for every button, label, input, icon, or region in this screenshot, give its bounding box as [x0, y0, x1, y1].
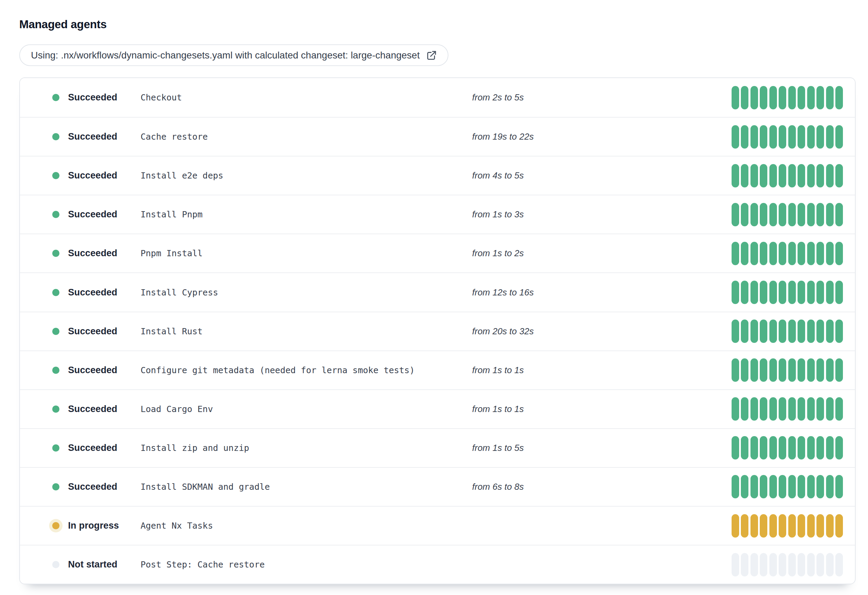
agent-step-row[interactable]: Succeeded Cache restore from 19s to 22s — [20, 117, 855, 156]
progress-segment-bar — [779, 397, 786, 420]
progress-segment-bar — [807, 475, 815, 498]
progress-segment-bar — [807, 242, 815, 265]
step-name: Configure git metadata (needed for lerna… — [140, 365, 472, 375]
progress-segment-bar — [826, 514, 834, 537]
progress-segment-bar — [797, 164, 805, 188]
status-dot-icon — [52, 328, 59, 335]
agent-step-row[interactable]: Succeeded Install Rust from 20s to 32s — [20, 312, 855, 351]
progress-segment-bar — [826, 164, 834, 188]
agent-step-row[interactable]: Succeeded Install e2e deps from 4s to 5s — [20, 156, 855, 195]
progress-segment-bar — [788, 281, 796, 304]
progress-segment-bar — [760, 125, 767, 149]
progress-segment-bar — [779, 242, 786, 265]
progress-segment-bar — [741, 164, 748, 188]
agent-step-row[interactable]: Succeeded Install zip and unzip from 1s … — [20, 428, 855, 467]
status-label: Succeeded — [68, 170, 117, 181]
progress-segment-bar — [816, 203, 824, 226]
progress-segment-bar — [826, 281, 834, 304]
progress-segment-bar — [779, 125, 786, 149]
step-duration: from 6s to 8s — [472, 481, 732, 492]
progress-segment-bar — [732, 553, 739, 576]
progress-segment-bar — [779, 475, 786, 498]
step-name: Cache restore — [140, 132, 472, 142]
progress-segment-bar — [750, 436, 758, 459]
status-dot-icon — [52, 133, 59, 140]
progress-segment-bar — [769, 86, 777, 110]
progress-segment-bar — [750, 320, 758, 343]
status-label: Succeeded — [68, 287, 117, 298]
progress-segment-bar — [732, 436, 739, 459]
progress-segment-bar — [750, 203, 758, 226]
agent-step-row[interactable]: Succeeded Install SDKMAN and gradle from… — [20, 467, 855, 506]
progress-segment-bar — [836, 203, 843, 226]
step-name: Install Rust — [140, 326, 472, 336]
progress-segment-bar — [769, 553, 777, 576]
status-dot-icon — [52, 444, 59, 451]
progress-segment-bar — [836, 436, 843, 459]
step-name: Post Step: Cache restore — [140, 559, 472, 570]
progress-segment-bar — [836, 553, 843, 576]
status-dot-icon — [52, 250, 59, 257]
step-status-cell: Succeeded — [20, 404, 140, 414]
progress-segment-bar — [732, 125, 739, 149]
progress-segment-bar — [797, 86, 805, 110]
agent-progress-bars — [732, 125, 843, 149]
progress-segment-bar — [750, 397, 758, 420]
progress-segment-bar — [769, 164, 777, 188]
progress-segment-bar — [788, 203, 796, 226]
progress-segment-bar — [769, 242, 777, 265]
agent-step-row[interactable]: Not started Post Step: Cache restore — [20, 545, 855, 584]
progress-segment-bar — [816, 514, 824, 537]
progress-segment-bar — [797, 514, 805, 537]
progress-segment-bar — [807, 86, 815, 110]
status-label: Succeeded — [68, 404, 117, 414]
progress-segment-bar — [826, 86, 834, 110]
progress-segment-bar — [779, 320, 786, 343]
progress-segment-bar — [750, 514, 758, 537]
progress-segment-bar — [836, 514, 843, 537]
step-status-cell: In progress — [20, 520, 140, 531]
progress-segment-bar — [816, 86, 824, 110]
step-status-cell: Succeeded — [20, 365, 140, 376]
progress-segment-bar — [750, 242, 758, 265]
managed-agents-page: Managed agents Using: .nx/workflows/dyna… — [0, 0, 868, 584]
step-name: Pnpm Install — [140, 248, 472, 258]
progress-segment-bar — [788, 320, 796, 343]
progress-segment-bar — [807, 397, 815, 420]
progress-segment-bar — [741, 281, 748, 304]
progress-segment-bar — [807, 553, 815, 576]
progress-segment-bar — [741, 86, 748, 110]
agent-step-row[interactable]: Succeeded Checkout from 2s to 5s — [20, 78, 855, 117]
progress-segment-bar — [788, 475, 796, 498]
progress-segment-bar — [826, 475, 834, 498]
workflow-banner-link[interactable]: Using: .nx/workflows/dynamic-changesets.… — [19, 44, 449, 66]
progress-segment-bar — [769, 358, 777, 382]
step-name: Install Cypress — [140, 287, 472, 298]
step-name: Agent Nx Tasks — [140, 521, 472, 531]
agent-step-row[interactable]: Succeeded Install Cypress from 12s to 16… — [20, 272, 855, 311]
progress-segment-bar — [779, 358, 786, 382]
status-dot-icon — [52, 289, 59, 296]
progress-segment-bar — [769, 281, 777, 304]
agent-step-row[interactable]: In progress Agent Nx Tasks — [20, 506, 855, 545]
progress-segment-bar — [732, 320, 739, 343]
progress-segment-bar — [750, 281, 758, 304]
progress-segment-bar — [760, 242, 767, 265]
progress-segment-bar — [732, 242, 739, 265]
step-name: Install Pnpm — [140, 209, 472, 219]
agent-step-row[interactable]: Succeeded Load Cargo Env from 1s to 1s — [20, 389, 855, 428]
progress-segment-bar — [750, 475, 758, 498]
step-name: Install zip and unzip — [140, 443, 472, 453]
agent-step-row[interactable]: Succeeded Install Pnpm from 1s to 3s — [20, 195, 855, 234]
agent-step-row[interactable]: Succeeded Configure git metadata (needed… — [20, 351, 855, 389]
progress-segment-bar — [797, 242, 805, 265]
agent-step-row[interactable]: Succeeded Pnpm Install from 1s to 2s — [20, 234, 855, 272]
progress-segment-bar — [779, 164, 786, 188]
progress-segment-bar — [788, 397, 796, 420]
status-label: Succeeded — [68, 365, 117, 376]
step-duration: from 12s to 16s — [472, 287, 732, 298]
progress-segment-bar — [826, 242, 834, 265]
progress-segment-bar — [750, 553, 758, 576]
progress-segment-bar — [769, 203, 777, 226]
progress-segment-bar — [788, 242, 796, 265]
